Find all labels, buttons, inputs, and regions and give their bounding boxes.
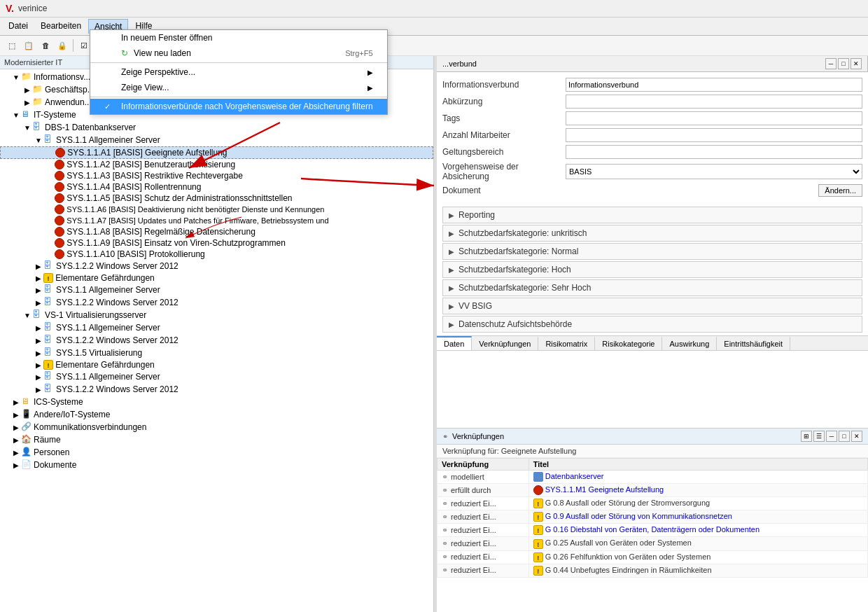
dropdown-item-view[interactable]: Zeige View... ▶ xyxy=(90,80,387,95)
tab-risikokategorie[interactable]: Risikokategorie xyxy=(595,336,662,350)
tree-label: SYS.1.1.A10 [BASIS] Protokollierung xyxy=(66,249,204,259)
verk-table-row[interactable]: ⚭reduziert Ei...!G 0.8 Ausfall oder Stör… xyxy=(438,497,868,510)
panel-close-btn[interactable]: ✕ xyxy=(850,58,862,69)
tree-item-sys11a2[interactable]: ▶ SYS.1.1.A2 [BASIS] Benutzerauthentisie… xyxy=(0,159,433,170)
tree-item-sys11a8[interactable]: ▶ SYS.1.1.A8 [BASIS] Regelmäßige Datensi… xyxy=(0,226,433,237)
tree-item-sys11a3[interactable]: ▶ SYS.1.1.A3 [BASIS] Restriktive Rechtev… xyxy=(0,170,433,181)
menu-bearbeiten[interactable]: Bearbeiten xyxy=(35,19,87,34)
tree-item-vs1-sys15[interactable]: ▶ 🗄 SYS.1.5 Virtualisierung xyxy=(0,347,433,359)
dropdown-item-new-window[interactable]: In neuem Fenster öffnen xyxy=(90,30,387,46)
tree-item-dokumente[interactable]: ▶ 📄 Dokumente xyxy=(0,459,433,471)
tree-item-sys11a10[interactable]: ▶ SYS.1.1.A10 [BASIS] Protokollierung xyxy=(0,249,433,260)
tree-label: IT-Systeme xyxy=(34,110,76,120)
tree-item-elem-gef[interactable]: ▶ ! Elementare Gefährdungen xyxy=(0,272,433,284)
section-label: VV BSIG xyxy=(458,301,492,311)
section-arrow-icon: ▶ xyxy=(449,248,454,256)
server-icon: 🗄 xyxy=(32,122,43,133)
verk-table-row[interactable]: ⚭reduziert Ei...!G 0.9 Ausfall oder Stör… xyxy=(438,510,868,524)
menu-datei[interactable]: Datei xyxy=(3,19,34,34)
verk-max-btn[interactable]: □ xyxy=(839,431,850,442)
verk-relation-cell: ⚭reduziert Ei... xyxy=(438,550,529,564)
tree-item-sys11[interactable]: ▼ 🗄 SYS.1.1 Allgemeiner Server xyxy=(0,134,433,146)
tree-item-sys122b[interactable]: ▶ 🗄 SYS.1.2.2 Windows Server 2012 xyxy=(0,296,433,309)
verk-list-btn[interactable]: ☰ xyxy=(813,431,825,442)
field-input-geltungsbereich[interactable] xyxy=(566,145,862,159)
tree-item-sys11a5[interactable]: ▶ SYS.1.1.A5 [BASIS] Schutz der Administ… xyxy=(0,193,433,204)
dropdown-item-reload[interactable]: ↻ View neu laden Strg+F5 xyxy=(90,46,387,61)
ansicht-dropdown-menu: In neuem Fenster öffnen ↻ View neu laden… xyxy=(90,29,388,115)
section-datenschutz[interactable]: ▶ Datenschutz Aufsichtsbehörde xyxy=(442,316,862,333)
tree-item-sys11a1[interactable]: ▶ SYS.1.1.A1 [BASIS] Geeignete Aufstellu… xyxy=(0,146,433,159)
tree-label: SYS.1.1.A5 [BASIS] Schutz der Administra… xyxy=(66,193,292,203)
verk-table-row[interactable]: ⚭reduziert Ei...!G 0.16 Diebstahl von Ge… xyxy=(438,524,868,537)
field-input-abkuerzung[interactable] xyxy=(566,95,862,109)
tree-item-sys11a4[interactable]: ▶ SYS.1.1.A4 [BASIS] Rollentrennung xyxy=(0,181,433,193)
tab-auswirkung[interactable]: Auswirkung xyxy=(662,336,717,350)
tree-item-personen[interactable]: ▶ 👤 Personen xyxy=(0,446,433,459)
dokument-aendern-btn[interactable]: Ändern... xyxy=(818,184,862,197)
tree-item-vs1[interactable]: ▼ 🗄 VS-1 Virtualisierungsserver xyxy=(0,309,433,321)
tree-item-vs1-sys11[interactable]: ▶ 🗄 SYS.1.1 Allgemeiner Server xyxy=(0,321,433,334)
verk-close-btn[interactable]: ✕ xyxy=(851,431,862,442)
form-row-tags: Tags xyxy=(442,111,862,125)
section-reporting[interactable]: ▶ Reporting xyxy=(442,207,862,223)
folder-icon: 📁 xyxy=(32,97,43,108)
tree-item-vs1-sys11b[interactable]: ▶ 🗄 SYS.1.1 Allgemeiner Server xyxy=(0,370,433,383)
verk-relation-cell: ⚭modelliert xyxy=(438,471,529,484)
tree-item-sys11a6[interactable]: ▶ SYS.1.1.A6 [BASIS] Deaktivierung nicht… xyxy=(0,204,433,215)
dropdown-item-filter[interactable]: ✓ Informationsverbünde nach Vorgehenswei… xyxy=(90,99,387,114)
verk-grid-btn[interactable]: ⊞ xyxy=(801,431,812,442)
verk-table-row[interactable]: ⚭erfüllt durchSYS.1.1.M1 Geeignete Aufst… xyxy=(438,484,868,497)
field-input-anzahl[interactable] xyxy=(566,128,862,142)
field-input-informationsverbund[interactable] xyxy=(566,78,862,92)
tree-item-sys11b[interactable]: ▶ 🗄 SYS.1.1 Allgemeiner Server xyxy=(0,284,433,296)
tree-item-ics[interactable]: ▶ 🖥 ICS-Systeme xyxy=(0,396,433,408)
person-icon: 👤 xyxy=(21,447,32,458)
panel-minimize-btn[interactable]: ─ xyxy=(825,58,836,69)
tree-item-sys11a9[interactable]: ▶ SYS.1.1.A9 [BASIS] Einsatz von Viren-S… xyxy=(0,237,433,249)
left-panel-title: Modernisierter IT xyxy=(4,58,62,67)
tree-item-sys11a7[interactable]: ▶ SYS.1.1.A7 [BASIS] Updates und Patches… xyxy=(0,215,433,226)
dropdown-item-perspektive[interactable]: Zeige Perspektive... ▶ xyxy=(90,64,387,80)
field-label-dokument: Dokument xyxy=(442,186,561,195)
tree-item-vs1-elemgef[interactable]: ▶ ! Elementare Gefährdungen xyxy=(0,359,433,370)
verk-title-cell: !G 0.8 Ausfall oder Störung der Stromver… xyxy=(528,497,867,510)
toolbar-btn-1[interactable]: ⬚ xyxy=(4,38,20,53)
tree-item-dbs1[interactable]: ▼ 🗄 DBS-1 Datenbankserver xyxy=(0,121,433,134)
verk-title-cell: !G 0.26 Fehlfunktion von Geräten oder Sy… xyxy=(528,550,867,564)
verk-table-row[interactable]: ⚭modelliertDatenbankserver xyxy=(438,471,868,484)
field-input-tags[interactable] xyxy=(566,111,862,125)
tree-item-vs1-sys122[interactable]: ▶ 🗄 SYS.1.2.2 Windows Server 2012 xyxy=(0,334,433,347)
toolbar-btn-2[interactable]: 📋 xyxy=(21,38,36,53)
section-schutz-sehrhoch[interactable]: ▶ Schutzbedarfskategorie: Sehr Hoch xyxy=(442,279,862,296)
tree-item-andere[interactable]: ▶ 📱 Andere/IoT-Systeme xyxy=(0,408,433,421)
verk-table-row[interactable]: ⚭reduziert Ei...!G 0.26 Fehlfunktion von… xyxy=(438,550,868,564)
field-label-tags: Tags xyxy=(442,113,561,123)
panel-header-tabs: ...verbund ─ □ ✕ xyxy=(437,56,868,72)
verk-table-row[interactable]: ⚭reduziert Ei...!G 0.25 Ausfall von Gerä… xyxy=(438,537,868,550)
form-row-geltungsbereich: Geltungsbereich xyxy=(442,145,862,159)
submenu-arrow-icon: ▶ xyxy=(368,84,373,92)
toolbar-btn-4[interactable]: 🔒 xyxy=(55,38,70,53)
tree-item-komm[interactable]: ▶ 🔗 Kommunikationsverbindungen xyxy=(0,421,433,433)
section-schutz-hoch[interactable]: ▶ Schutzbedarfskategorie: Hoch xyxy=(442,261,862,278)
section-schutz-normal[interactable]: ▶ Schutzbedarfskategorie: Normal xyxy=(442,243,862,260)
tree-item-sys122a[interactable]: ▶ 🗄 SYS.1.2.2 Windows Server 2012 xyxy=(0,260,433,272)
tab-daten[interactable]: Daten xyxy=(437,336,472,350)
panel-maximize-btn[interactable]: □ xyxy=(838,58,849,69)
section-label: Schutzbedarfskategorie: Sehr Hoch xyxy=(458,283,591,293)
verk-table-row[interactable]: ⚭reduziert Ei...!G 0.44 Unbefugtes Eindr… xyxy=(438,564,868,577)
tab-verknuepfungen[interactable]: Verknüpfungen xyxy=(472,336,538,350)
verk-minus-btn[interactable]: ─ xyxy=(826,431,837,442)
select-vorgehensweise[interactable]: BASIS STANDARD KERN xyxy=(566,164,862,179)
right-top-panel: ...verbund ─ □ ✕ Informationsverbund xyxy=(437,56,868,429)
tree-item-raeume[interactable]: ▶ 🏠 Räume xyxy=(0,433,433,446)
verk-title-cell: !G 0.44 Unbefugtes Eindringen in Räumlic… xyxy=(528,564,867,577)
tab-risikomatrix[interactable]: Risikomatrix xyxy=(538,336,595,350)
tree-label: SYS.1.1.A3 [BASIS] Restriktive Rechtever… xyxy=(66,171,242,181)
section-schutz-unkritisch[interactable]: ▶ Schutzbedarfskategorie: unkritisch xyxy=(442,225,862,242)
tab-eintrittshaeufigkeit[interactable]: Eintrittshäufigkeit xyxy=(717,336,790,350)
tree-item-vs1-sys122b[interactable]: ▶ 🗄 SYS.1.2.2 Windows Server 2012 xyxy=(0,383,433,396)
section-vv-bsig[interactable]: ▶ VV BSIG xyxy=(442,298,862,314)
toolbar-btn-3[interactable]: 🗑 xyxy=(38,38,53,53)
